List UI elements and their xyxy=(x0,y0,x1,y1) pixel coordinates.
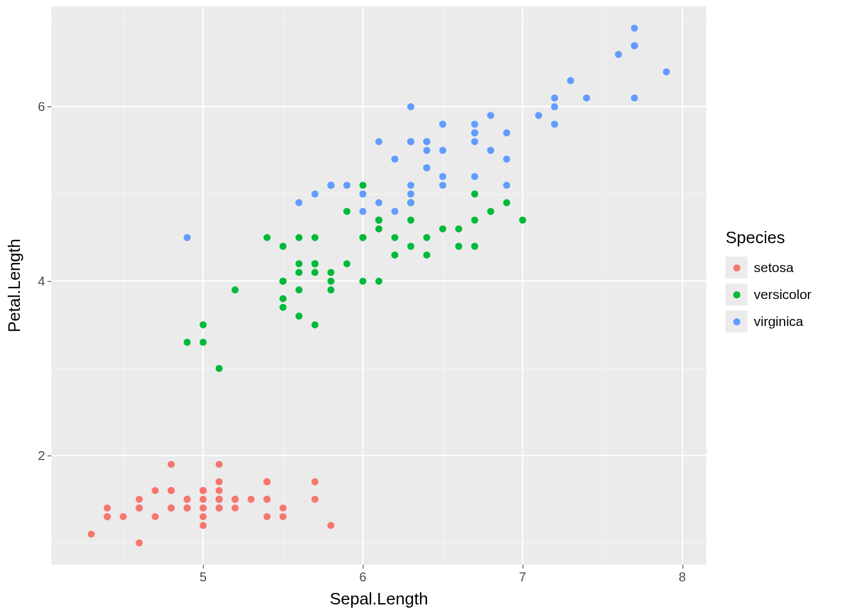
data-point xyxy=(519,217,526,224)
data-point xyxy=(423,138,430,145)
data-point xyxy=(295,234,302,241)
data-point xyxy=(279,243,286,250)
data-point xyxy=(295,199,302,206)
data-point xyxy=(503,199,510,206)
legend-key xyxy=(726,311,747,332)
data-point xyxy=(439,121,446,128)
data-point xyxy=(407,191,414,198)
data-point xyxy=(439,173,446,180)
data-point xyxy=(152,487,159,494)
data-point xyxy=(263,478,270,485)
y-tick-label: 2 xyxy=(38,449,45,463)
legend-key xyxy=(726,284,747,305)
legend-label: versicolor xyxy=(754,287,812,302)
legend-dot-icon xyxy=(733,291,740,298)
data-point xyxy=(360,208,367,215)
data-point xyxy=(376,217,383,224)
data-point xyxy=(376,199,383,206)
data-point xyxy=(216,478,223,485)
data-point xyxy=(295,286,302,293)
data-point xyxy=(311,191,318,198)
x-tick-label: 7 xyxy=(519,570,526,585)
x-tick-mark xyxy=(523,565,523,569)
data-point xyxy=(487,208,494,215)
legend-item: setosa xyxy=(726,257,812,278)
data-point xyxy=(391,155,398,162)
data-point xyxy=(327,278,335,285)
data-point xyxy=(200,504,207,511)
legend-dot-icon xyxy=(733,318,740,325)
data-point xyxy=(104,504,111,511)
data-point xyxy=(184,339,191,346)
data-point xyxy=(263,496,270,503)
data-point xyxy=(535,112,542,119)
data-point xyxy=(567,77,574,84)
data-point xyxy=(407,182,414,189)
data-point xyxy=(376,138,383,145)
data-point xyxy=(327,182,335,189)
data-point xyxy=(200,339,207,346)
data-point xyxy=(455,225,462,232)
data-point xyxy=(135,504,143,511)
x-axis-ticks: 5678 xyxy=(0,565,863,590)
data-point xyxy=(503,182,510,189)
data-point xyxy=(344,182,351,189)
data-point xyxy=(279,278,286,285)
data-point xyxy=(200,496,207,503)
data-point xyxy=(503,130,510,137)
legend-item: versicolor xyxy=(726,284,812,305)
y-tick-label: 4 xyxy=(38,274,45,289)
data-point xyxy=(407,138,414,145)
data-point xyxy=(152,513,159,520)
data-point xyxy=(200,513,207,520)
data-point xyxy=(455,243,462,250)
data-point xyxy=(216,504,223,511)
y-axis-title: Petal.Length xyxy=(4,239,24,332)
data-point xyxy=(423,164,430,171)
data-point xyxy=(471,217,478,224)
data-point xyxy=(232,286,239,293)
data-point xyxy=(471,191,478,198)
data-point xyxy=(407,199,414,206)
legend-key xyxy=(726,257,747,278)
legend-label: setosa xyxy=(754,260,794,275)
data-point xyxy=(295,261,302,268)
data-point xyxy=(471,138,478,145)
data-point xyxy=(279,304,286,311)
data-point xyxy=(439,147,446,154)
data-point xyxy=(376,225,383,232)
data-point xyxy=(551,121,558,128)
data-point xyxy=(311,321,318,329)
x-tick-mark xyxy=(683,565,683,569)
data-point xyxy=(200,487,207,494)
data-point xyxy=(376,278,383,285)
x-tick-label: 5 xyxy=(200,570,207,585)
legend-title: Species xyxy=(726,228,812,248)
data-point xyxy=(104,513,111,520)
legend-item: virginica xyxy=(726,311,812,332)
data-point xyxy=(135,540,143,547)
data-point xyxy=(344,208,351,215)
data-point xyxy=(344,261,351,268)
data-point xyxy=(551,103,558,110)
data-point xyxy=(135,496,143,503)
data-point xyxy=(423,252,430,259)
data-point xyxy=(168,504,175,511)
data-point xyxy=(423,147,430,154)
data-point xyxy=(263,513,270,520)
data-point xyxy=(263,234,270,241)
data-point xyxy=(311,261,318,268)
data-point xyxy=(279,513,286,520)
data-point xyxy=(184,234,191,241)
data-point xyxy=(631,94,638,101)
data-point xyxy=(663,68,670,75)
data-point xyxy=(119,513,126,520)
data-point xyxy=(232,496,239,503)
data-point xyxy=(360,191,367,198)
data-point xyxy=(471,121,478,128)
data-point xyxy=(439,225,446,232)
data-point xyxy=(168,487,175,494)
data-point xyxy=(407,217,414,224)
data-point xyxy=(184,496,191,503)
data-point xyxy=(327,269,335,276)
